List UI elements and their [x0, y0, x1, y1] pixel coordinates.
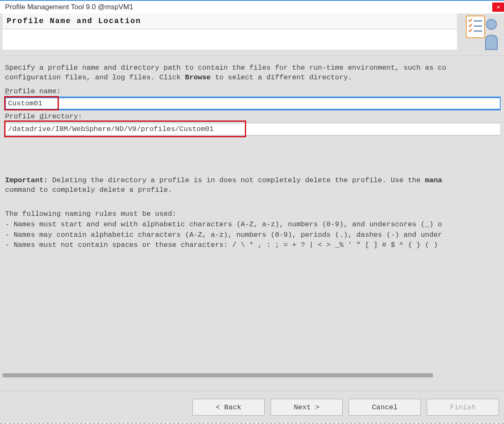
- wizard-button-bar: < Back Next > Cancel Finish: [0, 391, 504, 423]
- window-title: Profile Management Tool 9.0 @mspVM1: [5, 3, 133, 11]
- title-bar: Profile Management Tool 9.0 @mspVM1 ✕: [0, 1, 504, 13]
- svg-rect-0: [466, 16, 485, 38]
- naming-rules: The following naming rules must be used:…: [5, 209, 501, 251]
- svg-point-4: [486, 19, 496, 29]
- wizard-window: Profile Management Tool 9.0 @mspVM1 ✕ Pr…: [0, 0, 504, 424]
- close-button[interactable]: ✕: [492, 3, 504, 12]
- intro-text: Specify a profile name and directory pat…: [5, 63, 501, 83]
- profile-directory-label: Profile directory:: [5, 112, 501, 122]
- rule-item: - Names may contain alphabetic character…: [5, 230, 501, 240]
- close-icon: ✕: [496, 5, 500, 10]
- page-title: Profile Name and Location: [7, 17, 141, 25]
- important-note: Important: Deleting the directory a prof…: [5, 176, 501, 195]
- profile-name-label: Profile name:: [5, 87, 501, 97]
- next-button[interactable]: Next >: [270, 399, 343, 416]
- rule-item: - Names must start and end with alphabet…: [5, 220, 501, 230]
- rule-item: - Names must not contain spaces or these…: [5, 241, 501, 250]
- horizontal-scrollbar[interactable]: [3, 373, 433, 377]
- back-button[interactable]: < Back: [192, 399, 265, 416]
- profile-name-input[interactable]: [5, 97, 501, 110]
- wizard-header: Profile Name and Location: [0, 13, 504, 55]
- cancel-button[interactable]: Cancel: [349, 399, 421, 416]
- wizard-content: Specify a profile name and directory pat…: [0, 55, 504, 391]
- wizard-header-icon: [464, 13, 501, 50]
- profile-directory-input[interactable]: [5, 123, 501, 135]
- finish-button: Finish: [427, 399, 499, 416]
